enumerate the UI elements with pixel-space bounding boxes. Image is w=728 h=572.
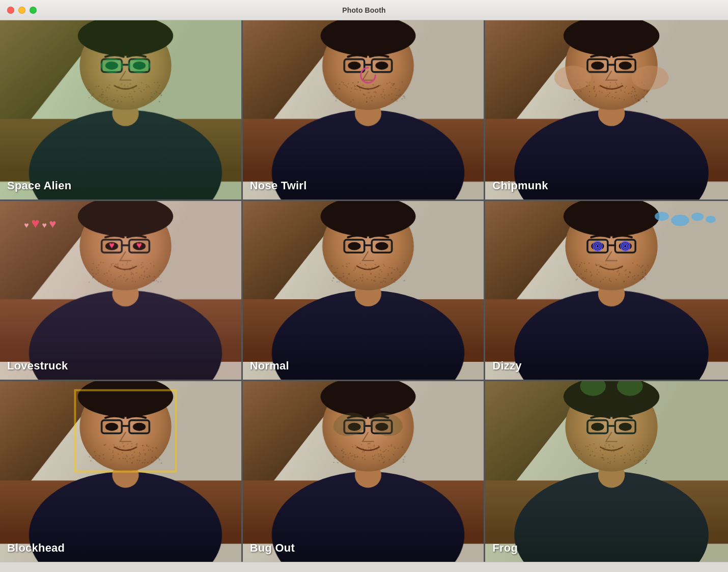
photo-dizzy	[485, 201, 728, 380]
photo-blockhead	[0, 381, 241, 562]
cell-bug-out[interactable]: Bug Out	[243, 381, 486, 562]
cell-normal[interactable]: Normal	[243, 201, 486, 382]
label-chipmunk: Chipmunk	[492, 179, 548, 192]
app-title: Photo Booth	[342, 6, 386, 14]
effects-grid: Space Alien Nose Twirl Chipmunk ♥ ♥ ♥ ♥ …	[0, 20, 728, 562]
photo-bug-out	[243, 381, 484, 562]
photo-space-alien	[0, 20, 241, 199]
photo-lovestruck	[0, 201, 241, 380]
minimize-button[interactable]	[18, 7, 25, 14]
cell-space-alien[interactable]: Space Alien	[0, 20, 243, 201]
label-dizzy: Dizzy	[492, 359, 521, 373]
bottom-bar: Effects	[0, 562, 728, 572]
label-space-alien: Space Alien	[7, 179, 71, 192]
label-nose-twirl: Nose Twirl	[250, 179, 307, 192]
traffic-lights	[7, 7, 37, 14]
cell-frog[interactable]: Frog	[485, 381, 728, 562]
cell-chipmunk[interactable]: Chipmunk	[485, 20, 728, 201]
cell-dizzy[interactable]: Dizzy	[485, 201, 728, 382]
close-button[interactable]	[7, 7, 14, 14]
photo-nose-twirl	[243, 20, 484, 199]
label-frog: Frog	[492, 541, 518, 555]
photo-chipmunk	[485, 20, 728, 199]
label-normal: Normal	[250, 359, 289, 373]
title-bar: Photo Booth	[0, 0, 728, 20]
photo-frog	[485, 381, 728, 562]
label-blockhead: Blockhead	[7, 541, 65, 555]
label-bug-out: Bug Out	[250, 541, 295, 555]
maximize-button[interactable]	[30, 7, 37, 14]
cell-blockhead[interactable]: Blockhead	[0, 381, 243, 562]
cell-nose-twirl[interactable]: Nose Twirl	[243, 20, 486, 201]
label-lovestruck: Lovestruck	[7, 359, 68, 373]
cell-lovestruck[interactable]: ♥ ♥ ♥ ♥ Lovestruck	[0, 201, 243, 382]
photo-normal	[243, 201, 484, 380]
